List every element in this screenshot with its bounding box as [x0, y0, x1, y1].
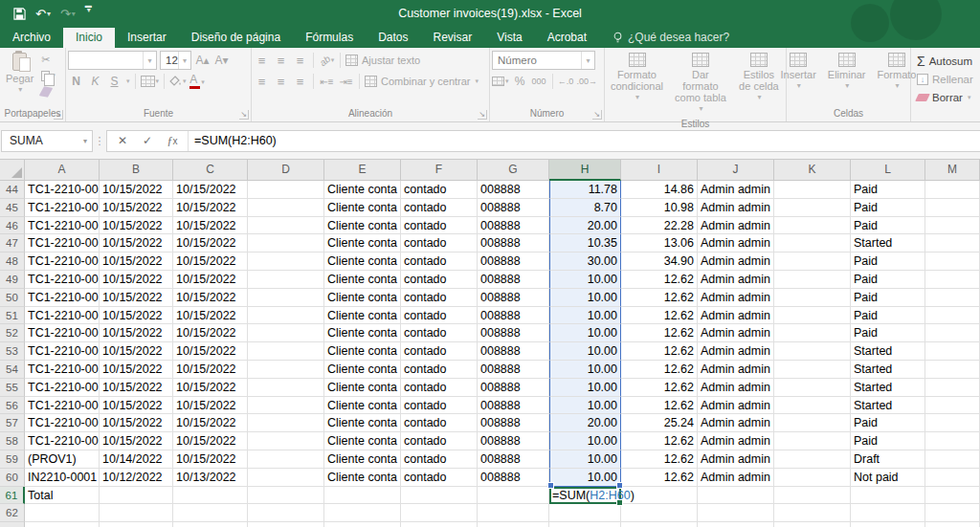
cell-D59[interactable]	[248, 450, 324, 469]
col-header-J[interactable]: J	[698, 160, 774, 181]
cell-K50[interactable]	[774, 289, 851, 307]
cell-G53[interactable]: 008888	[478, 342, 549, 361]
fill-color-button[interactable]: ▾	[169, 73, 187, 90]
cell-F44[interactable]: contado	[401, 181, 478, 199]
cell-I48[interactable]: 34.90	[621, 253, 698, 271]
row-header-55[interactable]: 55	[0, 379, 25, 397]
cell-E51[interactable]: Cliente conta	[324, 307, 401, 325]
cell-J59[interactable]: Admin admin	[698, 450, 774, 469]
cell-C60[interactable]: 10/13/2022	[173, 469, 248, 487]
cell-J58[interactable]: Admin admin	[698, 432, 774, 450]
formula-input[interactable]: =SUM(H2:H60)	[189, 134, 277, 147]
cell-E48[interactable]: Cliente conta	[324, 253, 401, 271]
cell-C59[interactable]: 10/15/2022	[173, 450, 248, 469]
cell-H47[interactable]: 10.35	[549, 234, 621, 253]
cell-J53[interactable]: Admin admin	[698, 342, 774, 361]
cell-J48[interactable]: Admin admin	[698, 253, 774, 271]
cell-L45[interactable]: Paid	[851, 199, 925, 217]
cell-E59[interactable]: Cliente conta	[324, 450, 401, 469]
cell-B52[interactable]: 10/15/2022	[100, 324, 173, 342]
save-button[interactable]	[10, 3, 30, 24]
cell-M59[interactable]	[925, 450, 980, 469]
cell-L44[interactable]: Paid	[851, 181, 925, 199]
cell-A45[interactable]: TC1-2210-00	[25, 199, 100, 217]
cell-L54[interactable]: Started	[851, 361, 925, 379]
cell-B61[interactable]	[100, 487, 173, 505]
cell-F49[interactable]: contado	[401, 271, 478, 289]
dialog-launcher-icon[interactable]: ↘	[54, 110, 63, 120]
col-header-H[interactable]: H	[549, 160, 621, 181]
cell-H55[interactable]: 10.00	[549, 379, 621, 397]
comma-style-button[interactable]: 000	[531, 73, 547, 90]
cell-A62[interactable]	[25, 504, 100, 522]
cell-L63[interactable]	[851, 522, 925, 527]
cell-G58[interactable]: 008888	[478, 432, 549, 450]
cell-K44[interactable]	[774, 181, 851, 199]
cell-F63[interactable]	[401, 522, 478, 527]
cell-J46[interactable]: Admin admin	[698, 217, 774, 235]
cell-E50[interactable]: Cliente conta	[324, 289, 401, 307]
cell-D47[interactable]	[248, 234, 324, 253]
col-header-B[interactable]: B	[100, 160, 173, 181]
cell-A46[interactable]: TC1-2210-00	[25, 217, 100, 235]
row-header-63[interactable]: 63	[0, 522, 25, 527]
cell-B57[interactable]: 10/15/2022	[100, 414, 173, 432]
cell-B51[interactable]: 10/15/2022	[100, 307, 173, 325]
cell-G49[interactable]: 008888	[478, 271, 549, 289]
cell-K53[interactable]	[774, 342, 851, 361]
font-name-combobox[interactable]: ▾	[68, 51, 157, 70]
cell-B60[interactable]: 10/12/2022	[100, 469, 173, 487]
cell-D61[interactable]	[248, 487, 324, 505]
fill-button[interactable]: ↓ Rellenar	[917, 70, 973, 88]
tab-insertar[interactable]: Insertar	[115, 28, 179, 48]
cell-F53[interactable]: contado	[401, 342, 478, 361]
cell-M56[interactable]	[925, 397, 980, 415]
cell-A50[interactable]: TC1-2210-00	[25, 289, 100, 307]
cell-J60[interactable]: Admin admin	[698, 469, 774, 487]
cell-C48[interactable]: 10/15/2022	[173, 253, 248, 271]
autosum-button[interactable]: Σ Autosum	[917, 52, 972, 70]
cell-B59[interactable]: 10/14/2022	[100, 450, 173, 469]
cell-M58[interactable]	[925, 432, 980, 450]
cell-M46[interactable]	[925, 217, 980, 235]
col-header-K[interactable]: K	[774, 160, 851, 181]
cell-M48[interactable]	[925, 253, 980, 271]
cell-H62[interactable]	[549, 504, 621, 522]
accounting-format-button[interactable]: ▾	[492, 73, 509, 90]
cell-D52[interactable]	[248, 324, 324, 342]
cell-L56[interactable]: Started	[851, 397, 925, 415]
cell-I45[interactable]: 10.98	[621, 199, 698, 217]
cell-L52[interactable]: Paid	[851, 324, 925, 342]
cell-F57[interactable]: contado	[401, 414, 478, 432]
cell-A51[interactable]: TC1-2210-00	[25, 307, 100, 325]
cell-E63[interactable]	[324, 522, 401, 527]
cell-J61[interactable]	[698, 487, 774, 505]
cell-A63[interactable]	[25, 522, 100, 527]
cell-H46[interactable]: 20.00	[549, 217, 621, 235]
cell-J50[interactable]: Admin admin	[698, 289, 774, 307]
cell-H57[interactable]: 20.00	[549, 414, 621, 432]
cell-D44[interactable]	[248, 181, 324, 199]
col-header-I[interactable]: I	[621, 160, 698, 181]
cell-H45[interactable]: 8.70	[549, 199, 621, 217]
cell-K46[interactable]	[774, 217, 851, 235]
tab-acrobat[interactable]: Acrobat	[535, 28, 599, 48]
cell-M51[interactable]	[925, 307, 980, 325]
customize-quick-access-button[interactable]: ▬▾	[81, 3, 96, 24]
cell-B44[interactable]: 10/15/2022	[100, 181, 173, 199]
dialog-launcher-icon[interactable]: ↘	[478, 110, 487, 120]
cell-A55[interactable]: TC1-2210-00	[25, 379, 100, 397]
cell-K57[interactable]	[774, 414, 851, 432]
cell-A48[interactable]: TC1-2210-00	[25, 253, 100, 271]
cell-J62[interactable]	[698, 504, 774, 522]
cell-I57[interactable]: 25.24	[621, 414, 698, 432]
col-header-G[interactable]: G	[478, 160, 549, 181]
tab-diseno-de-pagina[interactable]: Diseño de página	[179, 28, 293, 48]
cell-F48[interactable]: contado	[401, 253, 478, 271]
cell-C62[interactable]	[173, 504, 248, 522]
format-as-table-button[interactable]: Dar formato como tabla ▾	[669, 50, 732, 118]
cell-I49[interactable]: 12.62	[621, 271, 698, 289]
cell-E46[interactable]: Cliente conta	[324, 217, 401, 235]
row-header-47[interactable]: 47	[0, 234, 25, 253]
percent-style-button[interactable]: %	[512, 73, 528, 90]
